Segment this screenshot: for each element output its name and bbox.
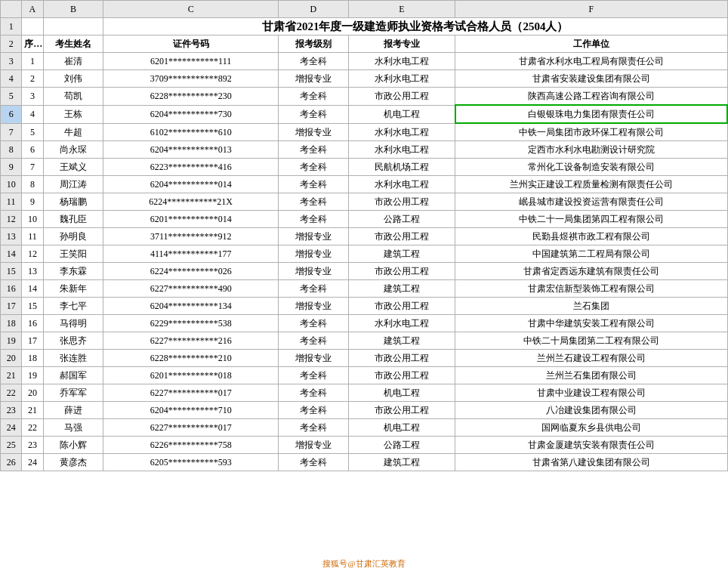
cell-id: 6102***********610 <box>103 123 279 141</box>
cell-major: 市政公用工程 <box>348 263 455 280</box>
cell-seq: 22 <box>22 419 43 437</box>
cell-name: 马得明 <box>43 315 103 332</box>
header-name: 考生姓名 <box>43 35 103 53</box>
table-row[interactable]: 86尚永琛6204***********013考全科水利水电工程定西市水利水电勘… <box>1 141 728 159</box>
cell-level: 考全科 <box>278 159 348 176</box>
cell-level: 增报专业 <box>278 245 348 263</box>
cell-level: 考全科 <box>278 454 348 471</box>
cell-major: 市政公用工程 <box>348 88 455 106</box>
row-number: 20 <box>1 350 22 367</box>
cell-seq: 16 <box>22 315 43 332</box>
cell-major: 水利水电工程 <box>348 315 455 332</box>
row-number: 18 <box>1 315 22 332</box>
col-header-row: A B C D E F <box>1 1 728 18</box>
table-row[interactable]: 1715李七平6204***********134增报专业市政公用工程兰石集团 <box>1 298 728 315</box>
cell-company: 兰州兰石建设工程有限公司 <box>455 350 727 367</box>
cell-company: 八冶建设集团有限公司 <box>455 402 727 419</box>
cell-name: 乔军军 <box>43 384 103 402</box>
row-number: 19 <box>1 332 22 350</box>
cell-name: 魏孔臣 <box>43 211 103 228</box>
table-row[interactable]: 2523陈小辉6226***********758增报专业公路工程甘肃金厦建筑安… <box>1 437 728 454</box>
cell-name: 黄彦杰 <box>43 454 103 471</box>
title-cell: 甘肃省2021年度一级建造师执业资格考试合格人员（2504人） <box>103 18 727 35</box>
cell-id: 4114***********177 <box>103 245 279 263</box>
cell-name: 尚永琛 <box>43 141 103 159</box>
cell-company: 兰州实正建设工程质量检测有限责任公司 <box>455 176 727 193</box>
cell-level: 考全科 <box>278 384 348 402</box>
table-row[interactable]: 2220乔军军6227***********017考全科机电工程甘肃中业建设工程… <box>1 384 728 402</box>
table-row[interactable]: 97王斌义6223***********416考全科民航机场工程常州化工设备制造… <box>1 159 728 176</box>
table-row[interactable]: 42刘伟3709***********892增报专业水利水电工程甘肃省安装建设集… <box>1 70 728 88</box>
header-level: 报考级别 <box>278 35 348 53</box>
table-row[interactable]: 64王栋6204***********730考全科机电工程白银银珠电力集团有限责… <box>1 105 728 123</box>
row-number: 7 <box>1 123 22 141</box>
row-number: 25 <box>1 437 22 454</box>
table-row[interactable]: 2624黄彦杰6205***********593考全科建筑工程甘肃省第八建设集… <box>1 454 728 471</box>
cell-level: 增报专业 <box>278 70 348 88</box>
cell-name: 马强 <box>43 419 103 437</box>
cell-name: 王斌义 <box>43 159 103 176</box>
table-row[interactable]: 1614朱新年6227***********490考全科建筑工程甘肃宏信新型装饰… <box>1 280 728 298</box>
row-number: 26 <box>1 454 22 471</box>
table-row[interactable]: 31崔清6201***********111考全科水利水电工程甘肃省水利水电工程… <box>1 53 728 70</box>
cell-level: 考全科 <box>278 193 348 211</box>
cell-company: 甘肃省安装建设集团有限公司 <box>455 70 727 88</box>
cell-name: 王笑阳 <box>43 245 103 263</box>
col-A-header[interactable]: A <box>22 1 43 18</box>
cell-id: 6204***********134 <box>103 298 279 315</box>
cell-company: 陕西高速公路工程咨询有限公司 <box>455 88 727 106</box>
cell-major: 市政公用工程 <box>348 228 455 245</box>
cell-major: 建筑工程 <box>348 245 455 263</box>
cell-level: 考全科 <box>278 53 348 70</box>
cell-company: 甘肃省水利水电工程局有限责任公司 <box>455 53 727 70</box>
cell-major: 市政公用工程 <box>348 350 455 367</box>
cell-name: 牛超 <box>43 123 103 141</box>
cell-name: 李七平 <box>43 298 103 315</box>
cell-company: 定西市水利水电勘测设计研究院 <box>455 141 727 159</box>
row-number: 5 <box>1 88 22 106</box>
cell-company: 兰州兰石集团有限公司 <box>455 367 727 384</box>
cell-seq: 1 <box>22 53 43 70</box>
table-row[interactable]: 75牛超6102***********610增报专业水利水电工程中铁一局集团市政… <box>1 123 728 141</box>
col-D-header[interactable]: D <box>278 1 348 18</box>
table-row[interactable]: 108周江涛6204***********014考全科水利水电工程兰州实正建设工… <box>1 176 728 193</box>
cell-level: 增报专业 <box>278 263 348 280</box>
cell-major: 民航机场工程 <box>348 159 455 176</box>
cell-name: 张连胜 <box>43 350 103 367</box>
cell-id: 6226***********758 <box>103 437 279 454</box>
col-F-header[interactable]: F <box>455 1 727 18</box>
cell-level: 考全科 <box>278 176 348 193</box>
row-number: 21 <box>1 367 22 384</box>
cell-seq: 5 <box>22 123 43 141</box>
col-E-header[interactable]: E <box>348 1 455 18</box>
table-row[interactable]: 1513李东霖6224***********026增报专业市政公用工程甘肃省定西… <box>1 263 728 280</box>
col-C-header[interactable]: C <box>103 1 279 18</box>
table-row[interactable]: 1816马得明6229***********538考全科水利水电工程甘肃中华建筑… <box>1 315 728 332</box>
table-row[interactable]: 2119郝国军6201***********018考全科市政公用工程兰州兰石集团… <box>1 367 728 384</box>
col-B-header[interactable]: B <box>43 1 103 18</box>
table-row[interactable]: 1210魏孔臣6201***********014考全科公路工程中铁二十一局集团… <box>1 211 728 228</box>
row-number: 17 <box>1 298 22 315</box>
cell-major: 市政公用工程 <box>348 367 455 384</box>
cell-major: 水利水电工程 <box>348 70 455 88</box>
table-row[interactable]: 119杨瑞鹏6224***********21X考全科市政公用工程岷县城市建设投… <box>1 193 728 211</box>
table-row[interactable]: 2321薛进6204***********710考全科市政公用工程八冶建设集团有… <box>1 402 728 419</box>
table-row[interactable]: 2018张连胜6228***********210增报专业市政公用工程兰州兰石建… <box>1 350 728 367</box>
table-row[interactable]: 53苟凯6228***********230考全科市政公用工程陕西高速公路工程咨… <box>1 88 728 106</box>
row-number: 14 <box>1 245 22 263</box>
cell-major: 机电工程 <box>348 384 455 402</box>
table-row[interactable]: 1917张思齐6227***********216考全科建筑工程中铁二十局集团第… <box>1 332 728 350</box>
cell-level: 增报专业 <box>278 228 348 245</box>
cell-id: 6205***********593 <box>103 454 279 471</box>
rownum-1: 1 <box>1 18 22 35</box>
row-number: 6 <box>1 105 22 123</box>
header-seq: 序号 <box>22 35 43 53</box>
cell-company: 白银银珠电力集团有限责任公司 <box>455 105 727 123</box>
table-row[interactable]: 1412王笑阳4114***********177增报专业建筑工程中国建筑第二工… <box>1 245 728 263</box>
header-major: 报考专业 <box>348 35 455 53</box>
row-number: 4 <box>1 70 22 88</box>
corner-cell <box>1 1 22 18</box>
cell-seq: 23 <box>22 437 43 454</box>
table-row[interactable]: 1311孙明良3711***********912增报专业市政公用工程民勤县煜祺… <box>1 228 728 245</box>
table-row[interactable]: 2422马强6227***********017考全科机电工程国网临夏东乡县供电… <box>1 419 728 437</box>
